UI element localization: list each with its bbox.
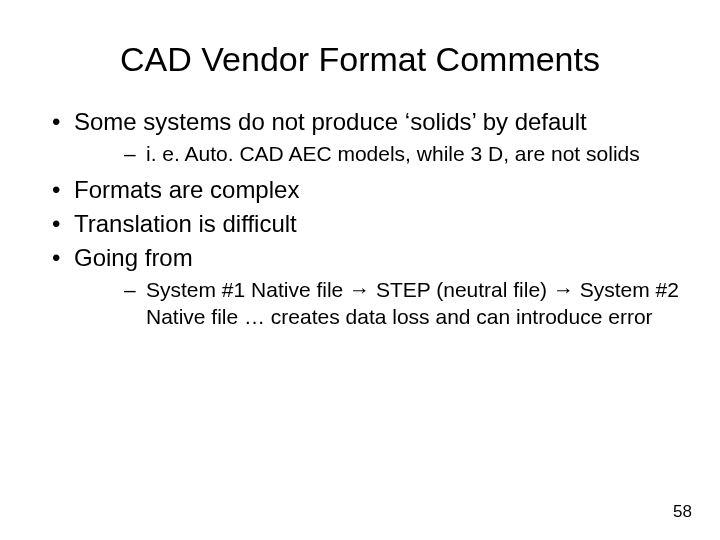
slide-title: CAD Vendor Format Comments (40, 40, 680, 79)
sub-bullet-list: System #1 Native file → STEP (neutral fi… (74, 277, 680, 330)
bullet-item: Formats are complex (40, 175, 680, 205)
sub-bullet-text: System #1 Native file → STEP (neutral fi… (146, 278, 679, 327)
slide: CAD Vendor Format Comments Some systems … (0, 0, 720, 330)
bullet-item: Translation is difficult (40, 209, 680, 239)
page-number: 58 (673, 502, 692, 522)
sub-bullet-item: System #1 Native file → STEP (neutral fi… (74, 277, 680, 330)
sub-bullet-item: i. e. Auto. CAD AEC models, while 3 D, a… (74, 141, 680, 167)
sub-bullet-list: i. e. Auto. CAD AEC models, while 3 D, a… (74, 141, 680, 167)
sub-bullet-text: i. e. Auto. CAD AEC models, while 3 D, a… (146, 142, 640, 165)
bullet-text: Formats are complex (74, 176, 299, 203)
bullet-text: Some systems do not produce ‘solids’ by … (74, 108, 587, 135)
bullet-list: Some systems do not produce ‘solids’ by … (40, 107, 680, 330)
bullet-item: Some systems do not produce ‘solids’ by … (40, 107, 680, 167)
bullet-text: Going from (74, 244, 193, 271)
bullet-item: Going from System #1 Native file → STEP … (40, 243, 680, 330)
bullet-text: Translation is difficult (74, 210, 297, 237)
